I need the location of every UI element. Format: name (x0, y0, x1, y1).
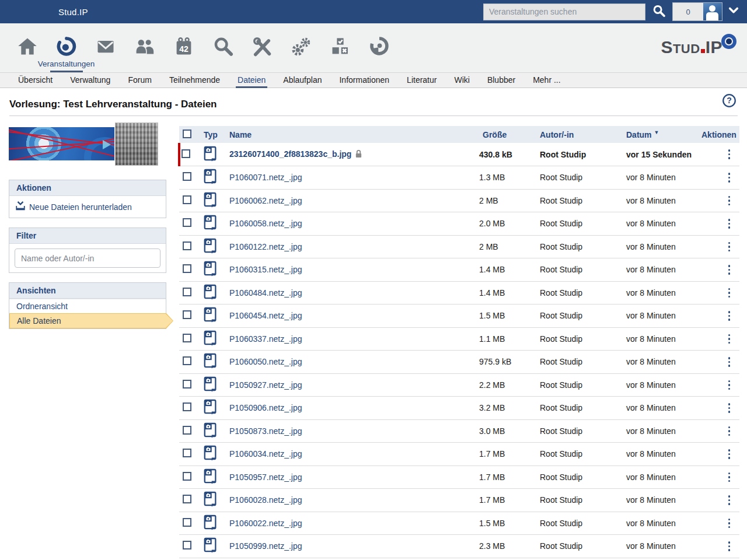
file-size: 1.4 MB (477, 281, 535, 304)
search-submit-button[interactable] (651, 4, 666, 19)
course-tab[interactable]: Forum (119, 73, 160, 88)
row-checkbox[interactable] (183, 495, 191, 503)
course-tab[interactable]: Informationen (330, 73, 398, 88)
banner-artwork-image (9, 127, 114, 160)
row-checkbox[interactable] (183, 310, 191, 319)
row-actions-menu-button[interactable] (726, 262, 733, 277)
row-actions-menu-button[interactable] (726, 470, 733, 485)
file-name-link[interactable]: P1060337.netz_.jpg (229, 334, 302, 344)
file-name-link[interactable]: P1060062.netz_.jpg (229, 196, 302, 205)
table-row: P1060062.netz_.jpg 2 MB Root Studip vor … (179, 189, 739, 212)
course-tab[interactable]: Dateien (229, 73, 274, 88)
row-checkbox[interactable] (183, 195, 191, 204)
file-name-link[interactable]: P1060034.netz_.jpg (229, 449, 302, 459)
course-tab[interactable]: Blubber (479, 73, 524, 88)
view-item-folder-view[interactable]: Ordneransicht (9, 299, 166, 313)
file-name-link[interactable]: P1050873.netz_.jpg (229, 426, 302, 436)
row-actions-menu-button[interactable] (726, 447, 733, 461)
toolbar-item-calendar[interactable]: 42 (164, 36, 203, 60)
row-actions-menu-button[interactable] (726, 194, 733, 208)
row-checkbox[interactable] (183, 334, 191, 342)
global-search-input[interactable] (483, 4, 645, 20)
row-actions-menu-button[interactable] (726, 147, 733, 162)
file-name-link[interactable]: P1060484.netz_.jpg (229, 288, 302, 298)
toolbar-item-search[interactable] (203, 36, 242, 60)
view-item-all-files[interactable]: Alle Dateien (9, 313, 166, 328)
filter-input[interactable] (15, 249, 160, 268)
header-size[interactable]: Größe (477, 126, 535, 143)
select-all-checkbox[interactable] (183, 130, 191, 138)
chevron-down-icon[interactable] (728, 6, 739, 17)
row-checkbox[interactable] (183, 518, 191, 527)
file-name-link[interactable]: P1050957.netz_.jpg (229, 473, 302, 482)
help-button[interactable]: ? (722, 93, 736, 110)
toolbar-active-label: Veranstaltungen (38, 60, 95, 68)
row-checkbox[interactable] (183, 218, 191, 227)
toolbar-item-community[interactable] (125, 36, 164, 60)
row-checkbox[interactable] (183, 472, 191, 481)
row-actions-menu-button[interactable] (726, 378, 733, 393)
file-name-link[interactable]: P1060058.netz_.jpg (229, 219, 302, 228)
toolbar-item-tools[interactable] (242, 36, 281, 60)
row-actions-menu-button[interactable] (726, 355, 733, 369)
row-checkbox[interactable] (183, 380, 191, 388)
header-author[interactable]: Autor/-in (535, 126, 623, 143)
row-checkbox[interactable] (181, 149, 190, 158)
avatar[interactable] (703, 3, 722, 20)
row-checkbox[interactable] (183, 541, 191, 550)
course-tab[interactable]: Teilnehmende (160, 73, 229, 88)
row-actions-menu-button[interactable] (726, 216, 733, 231)
table-row: P1050906.netz_.jpg 3.2 MB Root Studip vo… (179, 397, 739, 420)
toolbar-item-home[interactable] (8, 36, 47, 60)
file-name-link[interactable]: P1050999.netz_.jpg (229, 541, 302, 551)
row-actions-menu-button[interactable] (726, 286, 733, 300)
row-checkbox[interactable] (183, 242, 191, 250)
file-name-link[interactable]: 23126071400_2f8813823c_b.jpg (229, 149, 351, 159)
row-actions-menu-button[interactable] (726, 401, 733, 415)
user-widget[interactable]: 0 (672, 2, 722, 21)
file-name-link[interactable]: P1060071.netz_.jpg (229, 173, 302, 182)
download-new-files-link[interactable]: Neue Dateien herunterladen (15, 200, 160, 214)
row-actions-menu-button[interactable] (726, 424, 733, 439)
file-name-link[interactable]: P1060022.netz_.jpg (229, 519, 302, 528)
toolbar-item-feedback[interactable] (359, 36, 399, 60)
file-name-link[interactable]: P1060315.netz_.jpg (229, 265, 302, 274)
row-checkbox[interactable] (183, 288, 191, 296)
score-counter[interactable]: 0 (673, 3, 703, 20)
row-checkbox[interactable] (183, 356, 191, 365)
table-row: P1060337.netz_.jpg 1.1 MB Root Studip vo… (179, 327, 739, 351)
row-checkbox[interactable] (183, 449, 191, 457)
row-checkbox[interactable] (183, 402, 191, 411)
file-size: 2.3 MB (477, 535, 535, 558)
toolbar-item-messages[interactable] (86, 36, 125, 60)
row-actions-menu-button[interactable] (726, 516, 733, 531)
file-date: vor 15 Sekunden (623, 143, 697, 166)
toolbar-item-admin[interactable] (281, 36, 320, 60)
file-name-link[interactable]: P1060122.netz_.jpg (229, 242, 302, 251)
file-name-link[interactable]: P1060028.netz_.jpg (229, 495, 302, 505)
row-checkbox[interactable] (183, 172, 191, 181)
row-checkbox[interactable] (183, 264, 191, 273)
file-name-link[interactable]: P1060050.netz_.jpg (229, 357, 302, 366)
row-actions-menu-button[interactable] (726, 539, 733, 554)
row-actions-menu-button[interactable] (726, 240, 733, 254)
course-tab[interactable]: Wiki (445, 73, 478, 88)
course-tab[interactable]: Ablaufplan (274, 73, 330, 88)
course-tab[interactable]: Mehr ... (524, 73, 569, 88)
header-name[interactable]: Name (225, 126, 477, 143)
row-actions-menu-button[interactable] (726, 309, 733, 323)
file-name-link[interactable]: P1060454.netz_.jpg (229, 311, 302, 320)
file-size: 2.0 MB (477, 212, 535, 236)
header-date[interactable]: Datum▼ (623, 126, 697, 143)
row-actions-menu-button[interactable] (726, 493, 733, 508)
file-name-link[interactable]: P1050927.netz_.jpg (229, 380, 302, 390)
course-tab[interactable]: Übersicht (9, 73, 61, 88)
toolbar-item-evaluation[interactable] (320, 36, 359, 60)
course-tab[interactable]: Literatur (398, 73, 445, 88)
file-name-link[interactable]: P1050906.netz_.jpg (229, 403, 302, 412)
course-tab[interactable]: Verwaltung (61, 73, 119, 88)
row-actions-menu-button[interactable] (726, 170, 733, 185)
row-checkbox[interactable] (183, 426, 191, 435)
toolbar-item-courses[interactable]: Veranstaltungen (47, 36, 86, 60)
row-actions-menu-button[interactable] (726, 332, 733, 346)
